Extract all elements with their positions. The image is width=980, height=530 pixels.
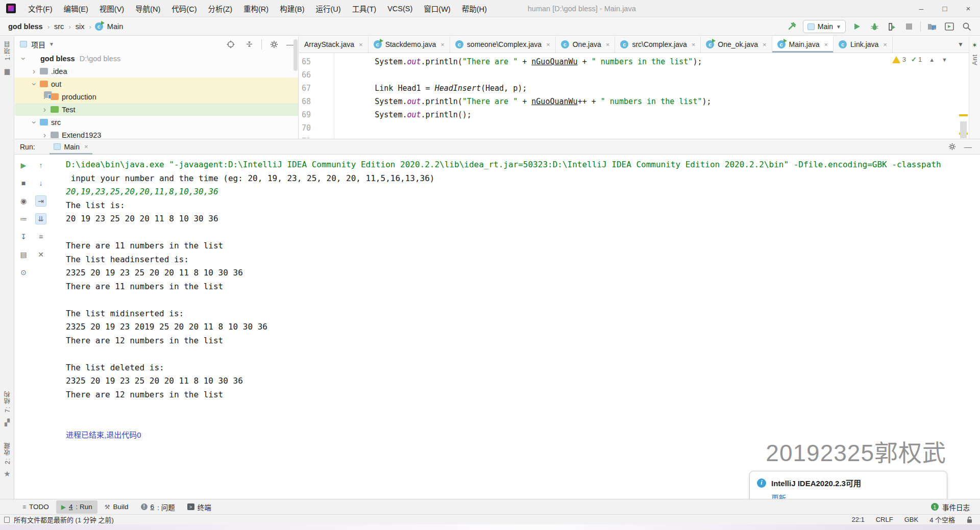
- editor-tab-One_ok-java[interactable]: cOne_ok.java×: [701, 36, 772, 53]
- more-tabs-icon[interactable]: ▼: [952, 36, 969, 53]
- tree-row-production[interactable]: ›production: [15, 90, 298, 103]
- chevron-collapsed-icon[interactable]: ›: [30, 67, 38, 76]
- prev-problem-icon[interactable]: ▲: [929, 57, 935, 63]
- editor-scrollbar[interactable]: [960, 121, 967, 138]
- editor-tab-ArrayStack-java[interactable]: ArrayStack.java×: [299, 36, 369, 53]
- editor-content[interactable]: 65 System.out.println("There are " + nGu…: [299, 53, 969, 138]
- layout-icon[interactable]: ▤: [18, 249, 29, 260]
- jump-to-source-icon[interactable]: ↧: [18, 231, 29, 242]
- rerun-icon[interactable]: ▶: [18, 160, 29, 171]
- editor-tab-src-Complex-java[interactable]: csrc\Complex.java×: [615, 36, 701, 53]
- chevron-expanded-icon[interactable]: ›: [19, 54, 28, 63]
- run-config-selector[interactable]: Main ▼: [803, 20, 846, 33]
- project-stripe-icon[interactable]: ▆: [0, 67, 14, 75]
- tree-row--idea[interactable]: ›.idea: [15, 65, 298, 78]
- menu-item-2[interactable]: 视图(V): [94, 1, 129, 16]
- close-icon[interactable]: ×: [692, 41, 696, 48]
- chevron-collapsed-icon[interactable]: ›: [40, 105, 49, 114]
- stop-button[interactable]: [903, 20, 915, 33]
- tool-tab-Build[interactable]: ⚒Build: [100, 500, 134, 514]
- chevron-expanded-icon[interactable]: ›: [30, 80, 39, 88]
- menu-item-0[interactable]: 文件(F): [23, 1, 58, 16]
- build-hammer-icon[interactable]: [786, 20, 798, 33]
- run-anything-icon[interactable]: [943, 20, 955, 33]
- close-icon[interactable]: ×: [606, 41, 610, 48]
- tool-tab--Run[interactable]: ▶4: Run: [56, 500, 97, 514]
- project-structure-icon[interactable]: [926, 20, 938, 33]
- tool-tab--[interactable]: >终端: [182, 500, 216, 514]
- locate-file-icon[interactable]: [225, 38, 237, 51]
- tool-stripe-project[interactable]: 1:项目: [0, 40, 14, 60]
- event-log-button[interactable]: 1 事件日志: [931, 502, 980, 512]
- menu-item-7[interactable]: 构建(B): [275, 1, 309, 16]
- build-settings-icon[interactable]: ≔: [18, 213, 29, 224]
- breadcrumb-item-3[interactable]: Main: [106, 21, 124, 32]
- tool-stripe-ant[interactable]: Ant: [971, 54, 978, 65]
- close-button[interactable]: ×: [957, 0, 980, 17]
- caret-position[interactable]: 22:1: [851, 516, 864, 523]
- menu-item-5[interactable]: 分析(Z): [203, 1, 237, 16]
- tree-row-src[interactable]: ›src: [15, 116, 298, 129]
- run-with-coverage-button[interactable]: [886, 20, 898, 33]
- menu-item-6[interactable]: 重构(R): [238, 1, 274, 16]
- screenshot-icon[interactable]: ◉: [18, 195, 29, 207]
- menu-item-4[interactable]: 代码(C): [166, 1, 202, 16]
- tool-tab-TODO[interactable]: ≡TODO: [17, 500, 54, 514]
- gear-icon[interactable]: [948, 143, 956, 150]
- menu-item-9[interactable]: 工具(T): [347, 1, 382, 16]
- menu-item-12[interactable]: 帮助(H): [457, 1, 492, 16]
- gear-icon[interactable]: [268, 38, 280, 51]
- print-icon[interactable]: ≡: [35, 231, 46, 242]
- clear-all-icon[interactable]: ✕: [35, 249, 46, 260]
- chevron-expanded-icon[interactable]: ›: [30, 118, 39, 127]
- search-icon[interactable]: [961, 20, 973, 33]
- status-frame-icon[interactable]: [4, 517, 10, 523]
- hide-panel-icon[interactable]: —: [964, 142, 972, 151]
- menu-item-11[interactable]: 窗口(W): [419, 1, 455, 16]
- debug-button[interactable]: [868, 20, 880, 33]
- editor-tab-Stackdemo-java[interactable]: cStackdemo.java×: [369, 36, 450, 53]
- indent-setting[interactable]: 4 个空格: [929, 515, 955, 524]
- structure-stripe-icon[interactable]: ▞: [0, 419, 14, 426]
- tree-row-god-bless[interactable]: ›god blessD:\god bless: [15, 52, 298, 65]
- breadcrumb-item-2[interactable]: six: [75, 21, 86, 32]
- menu-item-8[interactable]: 运行(U): [310, 1, 346, 16]
- menu-item-10[interactable]: VCS(S): [382, 3, 418, 15]
- editor-tab-One-java[interactable]: cOne.java×: [556, 36, 616, 53]
- collapse-all-icon[interactable]: [243, 38, 255, 51]
- tool-tab--[interactable]: !6: 问题: [136, 500, 180, 514]
- next-problem-icon[interactable]: ▼: [942, 57, 947, 63]
- run-tab-main[interactable]: Main ×: [50, 139, 92, 155]
- ant-plugin-icon[interactable]: ✶: [972, 41, 977, 49]
- inspection-widget[interactable]: 3 ✓1 ▲ ▼: [892, 56, 947, 63]
- close-icon[interactable]: ×: [359, 41, 363, 48]
- down-stack-icon[interactable]: ↓: [35, 178, 46, 189]
- project-scrollbar[interactable]: [293, 39, 298, 71]
- lock-icon[interactable]: [966, 516, 973, 523]
- tool-stripe-favorites[interactable]: 2: 收藏: [0, 442, 14, 464]
- menu-item-1[interactable]: 编辑(E): [59, 1, 93, 16]
- close-icon[interactable]: ×: [84, 143, 88, 150]
- close-icon[interactable]: ×: [883, 41, 887, 48]
- minimize-button[interactable]: –: [910, 0, 933, 17]
- breadcrumb-item-1[interactable]: src: [53, 21, 65, 32]
- scroll-to-end-icon[interactable]: ⇊: [35, 213, 46, 224]
- up-stack-icon[interactable]: ↑: [35, 160, 46, 171]
- close-icon[interactable]: ×: [546, 41, 550, 48]
- hide-panel-icon[interactable]: —: [286, 40, 294, 48]
- close-icon[interactable]: ×: [824, 41, 828, 48]
- tree-row-Test[interactable]: ›Test: [15, 103, 298, 116]
- editor-tab-Main-java[interactable]: cMain.java×: [772, 36, 834, 53]
- breadcrumb-item-0[interactable]: god bless: [7, 21, 44, 32]
- pin-icon[interactable]: ⊙: [18, 267, 29, 278]
- chevron-down-icon[interactable]: ▼: [49, 41, 54, 47]
- line-separator[interactable]: CRLF: [876, 516, 893, 523]
- stop-icon[interactable]: ■: [18, 178, 29, 189]
- tool-stripe-structure[interactable]: 7: 结构: [0, 390, 14, 413]
- editor-tab-Link-java[interactable]: cLink.java×: [834, 36, 893, 53]
- tree-row-out[interactable]: ›out: [15, 78, 298, 90]
- close-icon[interactable]: ×: [440, 41, 445, 48]
- file-encoding[interactable]: GBK: [904, 516, 918, 523]
- favorites-star-icon[interactable]: ★: [0, 469, 14, 478]
- menu-item-3[interactable]: 导航(N): [130, 1, 165, 16]
